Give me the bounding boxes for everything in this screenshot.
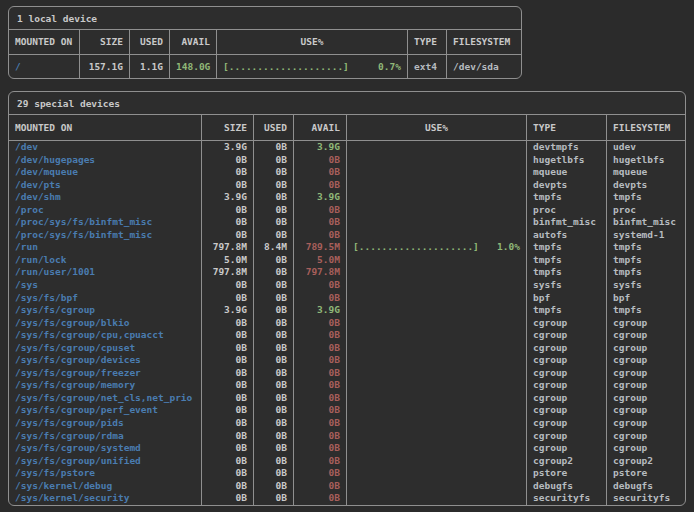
used-cell: 0B bbox=[253, 292, 293, 305]
avail-cell: 3.9G bbox=[293, 191, 346, 204]
usage-bar-cell bbox=[346, 229, 526, 242]
usage-bar-cell bbox=[346, 292, 526, 305]
avail-cell: 789.5M bbox=[293, 241, 346, 254]
mount-point-cell: /sys/fs/cgroup/blkio bbox=[9, 317, 201, 330]
usage-bar-cell bbox=[346, 166, 526, 179]
avail-cell: 0B bbox=[293, 229, 346, 242]
size-cell: 0B bbox=[201, 467, 253, 480]
filesystem-cell: securityfs bbox=[606, 492, 685, 505]
size-cell: 157.1G bbox=[79, 55, 129, 78]
usage-bar: [....................] bbox=[353, 241, 479, 254]
usage-bar-cell bbox=[346, 216, 526, 229]
fs-type-cell: devpts bbox=[526, 179, 606, 192]
column-header-avail: AVAIL bbox=[293, 115, 346, 140]
used-cell: 0B bbox=[253, 204, 293, 217]
size-cell: 3.9G bbox=[201, 141, 253, 154]
avail-cell: 0B bbox=[293, 292, 346, 305]
fs-type-cell: cgroup bbox=[526, 392, 606, 405]
column-header-mounted-on: MOUNTED ON bbox=[9, 30, 79, 54]
avail-cell: 0B bbox=[293, 480, 346, 493]
used-cell: 0B bbox=[253, 191, 293, 204]
size-cell: 0B bbox=[201, 166, 253, 179]
used-cell: 0B bbox=[253, 467, 293, 480]
avail-cell: 0B bbox=[293, 455, 346, 468]
size-cell: 0B bbox=[201, 392, 253, 405]
mount-point-cell: /sys/fs/cgroup/memory bbox=[9, 379, 201, 392]
fs-type-cell: binfmt_misc bbox=[526, 216, 606, 229]
avail-cell: 0B bbox=[293, 367, 346, 380]
avail-cell: 0B bbox=[293, 216, 346, 229]
mount-point-cell: /sys/kernel/debug bbox=[9, 480, 201, 493]
fs-type-cell: sysfs bbox=[526, 279, 606, 292]
mount-point-cell: /dev bbox=[9, 141, 201, 154]
used-cell: 0B bbox=[253, 430, 293, 443]
usage-bar-cell bbox=[346, 266, 526, 279]
used-cell: 0B bbox=[253, 342, 293, 355]
usage-bar-cell bbox=[346, 154, 526, 167]
usage-bar-cell bbox=[346, 317, 526, 330]
size-cell: 0B bbox=[201, 379, 253, 392]
filesystem-cell: pstore bbox=[606, 467, 685, 480]
fs-type-cell: ext4 bbox=[407, 55, 446, 78]
mount-point-cell: /sys/fs/cgroup/net_cls,net_prio bbox=[9, 392, 201, 405]
size-cell: 0B bbox=[201, 367, 253, 380]
size-cell: 797.8M bbox=[201, 266, 253, 279]
avail-cell: 0B bbox=[293, 417, 346, 430]
filesystem-cell: cgroup bbox=[606, 442, 685, 455]
size-cell: 0B bbox=[201, 216, 253, 229]
filesystem-cell: cgroup bbox=[606, 417, 685, 430]
usage-bar-cell bbox=[346, 179, 526, 192]
column-header-used: USED bbox=[129, 30, 169, 54]
filesystem-cell: cgroup bbox=[606, 404, 685, 417]
special-table-body: /dev 3.9G 0B 3.9G devtmpfs udev /dev/hug… bbox=[9, 141, 685, 505]
size-cell: 3.9G bbox=[201, 191, 253, 204]
used-cell: 0B bbox=[253, 266, 293, 279]
filesystem-cell: tmpfs bbox=[606, 254, 685, 267]
filesystem-cell: sysfs bbox=[606, 279, 685, 292]
used-cell: 0B bbox=[253, 354, 293, 367]
size-cell: 0B bbox=[201, 430, 253, 443]
usage-bar-cell bbox=[346, 430, 526, 443]
mount-point-cell: /sys bbox=[9, 279, 201, 292]
usage-bar-cell: [....................]0.7% bbox=[216, 55, 407, 78]
used-cell: 0B bbox=[253, 317, 293, 330]
size-cell: 0B bbox=[201, 229, 253, 242]
local-table-header: MOUNTED ON SIZE USED AVAIL USE% TYPE FIL… bbox=[9, 30, 521, 55]
column-header-mounted-on: MOUNTED ON bbox=[9, 115, 201, 140]
mount-point-cell: /run/lock bbox=[9, 254, 201, 267]
filesystem-cell: bpf bbox=[606, 292, 685, 305]
used-cell: 0B bbox=[253, 442, 293, 455]
filesystem-cell: cgroup bbox=[606, 379, 685, 392]
used-cell: 0B bbox=[253, 166, 293, 179]
column-header-type: TYPE bbox=[526, 115, 606, 140]
size-cell: 0B bbox=[201, 492, 253, 505]
fs-type-cell: cgroup bbox=[526, 442, 606, 455]
fs-type-cell: cgroup bbox=[526, 317, 606, 330]
special-table-header: MOUNTED ON SIZE USED AVAIL USE% TYPE FIL… bbox=[9, 115, 685, 141]
fs-type-cell: cgroup bbox=[526, 404, 606, 417]
mount-point-cell: /proc bbox=[9, 204, 201, 217]
fs-type-cell: hugetlbfs bbox=[526, 154, 606, 167]
used-cell: 0B bbox=[253, 279, 293, 292]
usage-bar-cell bbox=[346, 304, 526, 317]
usage-bar-cell bbox=[346, 279, 526, 292]
size-cell: 0B bbox=[201, 292, 253, 305]
used-cell: 8.4M bbox=[253, 241, 293, 254]
mount-point-cell: /dev/shm bbox=[9, 191, 201, 204]
fs-type-cell: cgroup bbox=[526, 354, 606, 367]
used-cell: 0B bbox=[253, 304, 293, 317]
usage-percent: 1.0% bbox=[497, 241, 520, 254]
filesystem-cell: binfmt_misc bbox=[606, 216, 685, 229]
fs-type-cell: tmpfs bbox=[526, 191, 606, 204]
used-cell: 0B bbox=[253, 329, 293, 342]
filesystem-cell: cgroup bbox=[606, 367, 685, 380]
fs-type-cell: proc bbox=[526, 204, 606, 217]
avail-cell: 0B bbox=[293, 317, 346, 330]
filesystem-cell: cgroup bbox=[606, 317, 685, 330]
used-cell: 0B bbox=[253, 404, 293, 417]
usage-bar-cell bbox=[346, 467, 526, 480]
mount-point-cell: /sys/fs/bpf bbox=[9, 292, 201, 305]
used-cell: 0B bbox=[253, 379, 293, 392]
size-cell: 0B bbox=[201, 354, 253, 367]
avail-cell: 0B bbox=[293, 342, 346, 355]
